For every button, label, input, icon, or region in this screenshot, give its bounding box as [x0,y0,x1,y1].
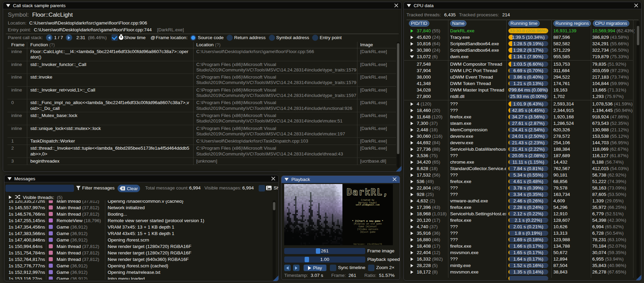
expand-icon[interactable] [411,257,413,261]
expand-icon[interactable] [411,141,413,145]
expand-icon[interactable] [411,128,413,132]
cpu-table-row[interactable]: 45,620 (24) Tracy.exe 1:39.5 (10.34%) 88… [404,34,634,40]
cpu-table-row[interactable]: 37,904 DWM LPC Port Thread 6.69 s (0.70%… [404,67,634,74]
cpu-table-row[interactable]: 3,536 (75) ??? 20.05 s (2.08%) 187,689 1… [404,152,634,159]
visible-threads-row[interactable]: Visible threads: (5) [9,194,63,200]
collapse-icon[interactable] [407,4,411,7]
callstack-table-row[interactable]: 2 std::thread::_Invoke<std::tuple<<lambd… [7,145,396,158]
message-row[interactable]: 1s 150,994,64ns Main thread (37,812) New… [5,243,274,250]
cpu-scrollbar[interactable] [637,21,640,278]
cpu-table-row[interactable]: 536 (49) firefox.exe 4.61 s (0.48%) 68,8… [404,178,634,185]
expand-icon[interactable] [411,36,413,39]
cpu-table-row[interactable]: 928 (25) ??? 3.34 s (0.35%) 163,734 87,6… [404,191,634,198]
expand-icon[interactable] [411,42,413,46]
frame-image-slider[interactable]: 261 [284,248,365,254]
cpu-table-row[interactable]: 18,172 (8) msvsmon.exe 1.35 s (0.14%) 38… [404,269,634,275]
col-header-pid-tid[interactable]: PID/TID [409,20,429,27]
col-header-name[interactable]: Name [450,20,466,27]
expand-icon[interactable] [411,245,413,248]
close-icon[interactable] [394,3,399,8]
cpu-table-row[interactable]: 16,332 (982) ??? 1.64 s (0.17%) 12,894 6… [404,256,634,262]
col-header-frame[interactable]: Frame [7,42,27,48]
collapse-icon[interactable] [6,4,10,7]
cpu-table-row[interactable]: 18,968 (1,018) ServiceHub.SettingsHost.e… [404,211,634,217]
radio-symbol-address-label[interactable]: Symbol address [276,35,309,40]
cpu-table-row[interactable]: 30,060 (116) devenv.exe 24.01 s (2.50%) … [404,133,634,139]
message-row[interactable]: 1s 152,764,817ns Main thread (37,812) Ne… [5,256,274,263]
close-icon[interactable] [634,3,639,8]
expand-icon[interactable] [9,196,12,199]
cpu-table-row[interactable]: 41,348 DWM Token Thread 1.21 s (0.13%) 1… [404,80,634,87]
resize-grip[interactable] [273,276,278,281]
message-row[interactable]: 1s 147,383,566ns Game (36,912) VRAM 43x4… [5,230,274,237]
col-header-image[interactable]: Image [357,42,396,48]
callstack-table-row[interactable]: inline std::_Invoker_ret<void,1>::_Call … [7,87,396,100]
message-row[interactable]: 1s 147,354,456ns Game (36,912) VRAM 37x4… [5,224,274,230]
radio-source-code[interactable] [190,35,196,41]
col-header-location[interactable]: Location (?) [193,42,357,48]
expand-icon[interactable] [411,199,413,203]
message-row[interactable]: 1s 147,255,145ns RemoteView (18,796) Rem… [5,217,274,224]
callstack-table-row[interactable]: inline Floor::CalcLight::__l4::<lambda_5… [7,48,396,61]
cpu-table-row[interactable]: 30,380 (24) ScriptedSandbox64.exe 1:28.2… [404,47,634,53]
cpu-table-row[interactable]: 4,632 (2) vmware-authd.exe 2.46 s (0.26%… [404,198,634,204]
message-row[interactable]: 1s 147,400,846ns Game (36,912) Opening /… [5,237,274,243]
callstack-table-row[interactable]: 0 std::_Func_impl_no_alloc<<lambda_5bc22… [7,99,396,112]
callstack-table-row[interactable]: inline std::_Mutex_base::lock C:\Program… [7,112,396,125]
message-row[interactable]: 1s 146,576,766ns Main thread (37,812) Bo… [5,211,274,217]
expand-icon[interactable] [411,193,413,196]
expand-icon[interactable] [411,186,413,190]
prev-callstack-button[interactable] [46,34,52,41]
expand-icon[interactable] [411,135,413,138]
message-row[interactable]: 1s 145,557,997ns Main thread (37,812) Ne… [5,204,274,211]
col-header-cpu-migrations[interactable]: CPU migrations [593,20,629,27]
cpu-table-row[interactable]: 22,404 (12) msvsmon.exe 1.65 s (0.17%) 5… [404,249,634,256]
radio-symbol-address[interactable] [269,35,275,41]
callstack-table-row[interactable]: inline std::unique_lock<std::mutex>::loc… [7,125,396,138]
close-icon[interactable] [392,177,397,182]
show-time-label[interactable]: Show time [124,35,145,40]
cpu-table-row[interactable]: 17,396 (43) firefox.exe 2.28 s (0.24%) 5… [404,204,634,211]
expand-icon[interactable] [411,219,413,222]
expand-icon[interactable] [411,102,413,106]
message-row[interactable]: 1s 151,754,784ns Main thread (37,812) Ne… [5,250,274,256]
cpu-table-row[interactable]: 10,816 (64) ScriptedSandbox64.exe 1:28.5… [404,40,634,47]
show-time-checkbox[interactable] [111,34,118,41]
col-header-running-regions[interactable]: Running regions [553,20,591,27]
cpu-table-row[interactable]: 2,448 (18) MemCompression 24.41 s (2.54%… [404,127,634,133]
show-frame-images-checkbox[interactable] [259,185,265,192]
expand-icon[interactable] [411,29,413,33]
cpu-table-row[interactable]: 27,800 ntdll.dll 25.93 ms (0.00%) 1,702 … [404,93,634,100]
expand-icon[interactable] [411,161,413,164]
cpu-table-row[interactable]: 34,028 DWM Master Input Thread 799.64 ms… [404,87,634,93]
cpu-table-row[interactable]: 11,648 (120) firefox.exe 34.27 s (3.56%)… [404,114,634,120]
prev-frame-button[interactable] [284,265,291,271]
callstack-table-row[interactable]: 3 beginthreadex [unknown] [ucrtbase.dll] [7,158,396,165]
expand-icon[interactable] [411,122,413,125]
cpu-table-row[interactable]: 35,916 (36) ??? 1.8 s (0.19%) 13,313 6,7… [404,230,634,236]
callstack-table-row[interactable]: inline std::invoke C:\Program Files (x86… [7,74,396,87]
expand-icon[interactable] [411,154,413,157]
expand-icon[interactable] [411,109,413,112]
callstack-titlebar[interactable]: Call stack sample parents [3,2,401,9]
cpu-table-row[interactable]: 37,840 (55) DarkRL.exe 33:30.8 (208.96%)… [404,28,634,34]
expand-icon[interactable] [411,173,413,177]
resize-grip[interactable] [636,275,641,280]
expand-icon[interactable] [411,264,413,267]
expand-icon[interactable] [411,212,413,216]
playback-titlebar[interactable]: Playback [281,176,400,183]
expand-icon[interactable] [411,180,413,183]
sync-timeline-checkbox[interactable] [330,265,336,271]
next-frame-button[interactable] [293,265,300,271]
expand-icon[interactable] [411,148,413,151]
message-row[interactable]: 1s 152,776,777ns Game (36,912) Opening /… [5,263,274,269]
col-header-function[interactable]: Function (?) [27,42,193,48]
cpu-table-row[interactable]: 4 (120) ??? 1:01.9 (6.43%) 2,593,314 1,0… [404,101,634,107]
cpu-table-row[interactable]: 28,228 (5) mintty.exe 1.52 s (0.16%) 87,… [404,262,634,269]
cpu-table-row[interactable]: 16,880 (46) ??? 1.69 s (0.18%) 123,988 7… [404,236,634,243]
filter-input[interactable] [5,185,74,192]
cpu-table-row[interactable]: 22,804 (45) ??? 3.78 s (0.39%) 79,578 58… [404,185,634,191]
cpu-table-row[interactable]: 17,532 (56) ??? 5.34 s (0.55%) 90,181 56… [404,172,634,178]
cpu-table-row[interactable] [404,275,634,281]
collapse-icon[interactable] [285,178,289,181]
